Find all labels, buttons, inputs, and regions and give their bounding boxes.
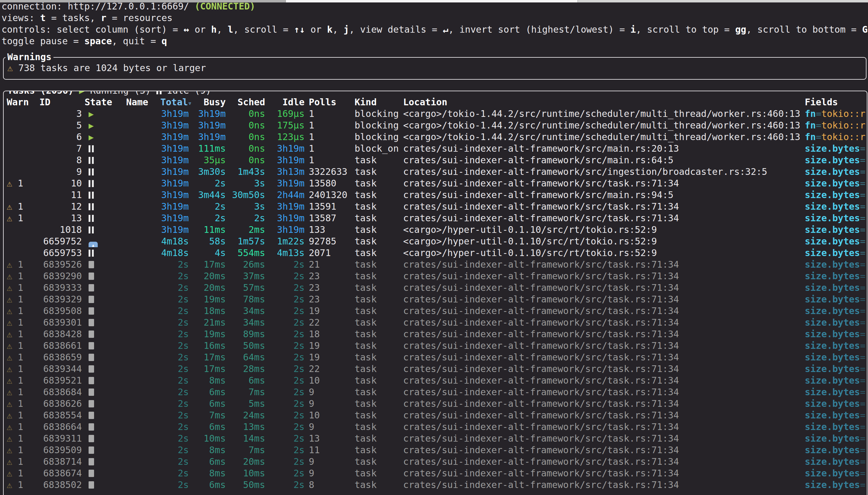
cell-polls: 3322633: [304, 166, 351, 177]
task-row[interactable]: ⚠ 1123h19m2s3s3h19m13591taskcrates/sui-i…: [4, 201, 867, 212]
field-name: size.bytes: [805, 398, 860, 409]
field-name: fn: [805, 120, 816, 131]
sched-duration: 34ms: [243, 306, 265, 316]
field-equals: =: [816, 132, 821, 142]
text-segment: or: [305, 24, 327, 35]
task-row[interactable]: ⚠ 168395262s17ms26ms2s21taskcrates/sui-i…: [4, 259, 867, 270]
cell-state: [82, 212, 121, 224]
cell-polls: 10: [304, 410, 351, 421]
field-equals: =: [860, 155, 866, 166]
task-row[interactable]: 66597534m18s4s554ms4m13s2071task<cargo>/…: [4, 247, 867, 259]
task-row[interactable]: ⚠ 168393332s20ms57ms2s23taskcrates/sui-i…: [4, 282, 867, 294]
column-header-state[interactable]: State: [82, 97, 121, 108]
task-row[interactable]: ⚠ 168384282s19ms89ms2s18taskcrates/sui-i…: [4, 328, 867, 340]
task-row[interactable]: ⚠ 168393112s10ms14ms2s13taskcrates/sui-i…: [4, 433, 867, 444]
cell-name: [121, 177, 154, 189]
field-name: size.bytes: [805, 294, 860, 305]
column-header-name[interactable]: Name: [121, 97, 154, 108]
cell-name: [121, 270, 154, 282]
task-row[interactable]: 5▶3h19m3h19m0ns175µs1blocking<cargo>/tok…: [4, 120, 867, 131]
field-equals: =: [860, 317, 866, 328]
task-row[interactable]: ⚠ 168395212s8ms6ms2s10taskcrates/sui-ind…: [4, 375, 867, 386]
task-row[interactable]: ⚠ 168393012s21ms34ms2s22taskcrates/sui-i…: [4, 317, 867, 328]
task-row[interactable]: 73h19m111ms0ns3h19m1block_oncrates/sui-i…: [4, 143, 867, 154]
text-segment: k: [327, 24, 333, 35]
task-row[interactable]: 113h19m3m44s30m50s2h44m2401320taskcrates…: [4, 189, 867, 201]
field-name: size.bytes: [805, 387, 860, 397]
total-duration: 2s: [178, 398, 189, 409]
task-row[interactable]: ⚠ 168395092s8ms7ms2s11taskcrates/sui-ind…: [4, 444, 867, 456]
cell-fields: size.bytes=: [800, 456, 867, 467]
tasks-table-header: WarnIDStateNameTotal▿BusySchedIdlePollsK…: [4, 97, 867, 108]
cell-state: [82, 398, 121, 410]
column-header-idle[interactable]: Idle: [265, 97, 304, 108]
task-row[interactable]: ⚠ 168386612s16ms50ms2s19taskcrates/sui-i…: [4, 340, 867, 352]
cell-name: [121, 143, 154, 154]
task-row[interactable]: 6659752▲▲4m18s58s1m57s1m22s92785task<car…: [4, 236, 867, 247]
task-row[interactable]: 83h19m35µs0ns3h19m1taskcrates/sui-indexe…: [4, 154, 867, 166]
field-name: size.bytes: [805, 445, 860, 455]
cell-name: [121, 131, 154, 143]
cell-fields: size.bytes=: [800, 212, 867, 224]
cell-fields: fn=tokio::r: [800, 108, 867, 120]
cell-fields: size.bytes=: [800, 177, 867, 189]
task-row[interactable]: ⚠ 1133h19m2s2s3h19m13587taskcrates/sui-i…: [4, 212, 867, 224]
task-row[interactable]: ⚠ 1103h19m2s3s3h19m13580taskcrates/sui-i…: [4, 177, 867, 189]
sched-duration: 89ms: [243, 329, 265, 339]
text-segment: h: [211, 24, 217, 35]
cell-fields: size.bytes=: [800, 375, 867, 386]
task-row[interactable]: ⚠ 168393442s17ms28ms2s22taskcrates/sui-i…: [4, 363, 867, 375]
total-duration: 2s: [178, 468, 189, 479]
cell-sched: 0ns: [226, 120, 265, 131]
sched-duration: 3s: [254, 201, 265, 212]
task-row[interactable]: ⚠ 168386842s6ms7ms2s9taskcrates/sui-inde…: [4, 386, 867, 398]
cell-busy: 8ms: [189, 467, 226, 479]
task-row[interactable]: 10183h19m11ms2ms3h19m133task<cargo>/hype…: [4, 224, 867, 236]
stopped-icon: [88, 458, 94, 465]
task-row[interactable]: ⚠ 168393292s19ms78ms2s23taskcrates/sui-i…: [4, 294, 867, 305]
task-row[interactable]: ⚠ 168386742s8ms10ms2s9taskcrates/sui-ind…: [4, 467, 867, 479]
task-row[interactable]: ⚠ 168392902s20ms37ms2s23taskcrates/sui-i…: [4, 270, 867, 282]
cell-total: 2s: [154, 398, 189, 410]
task-row[interactable]: 6▶3h19m3h19m0ns123µs1blocking<cargo>/tok…: [4, 131, 867, 143]
field-equals: =: [860, 271, 866, 281]
cell-sched: 78ms: [226, 294, 265, 305]
column-header-polls[interactable]: Polls: [304, 97, 351, 108]
field-equals: =: [860, 352, 866, 362]
idle-duration: 3h13m: [277, 166, 304, 177]
text-segment: , invert sort (highest/lowest) =: [448, 24, 630, 35]
column-header-id[interactable]: ID: [33, 97, 82, 108]
task-row[interactable]: ⚠ 168385542s7ms24ms2s10taskcrates/sui-in…: [4, 410, 867, 421]
column-header-fields[interactable]: Fields: [800, 97, 867, 108]
task-row[interactable]: ⚠ 168386592s17ms64ms2s19taskcrates/sui-i…: [4, 352, 867, 363]
column-header-kind[interactable]: Kind: [351, 97, 400, 108]
field-value: tokio::r: [821, 120, 866, 131]
cell-sched: 14ms: [226, 433, 265, 444]
pause-line: toggle pause = space, quit = q: [1, 35, 868, 47]
task-row[interactable]: ⚠ 168386262s6ms5ms2s9taskcrates/sui-inde…: [4, 398, 867, 410]
cell-kind: blocking: [351, 131, 400, 143]
cell-polls: 13580: [304, 177, 351, 189]
task-row[interactable]: ⚠ 168386642s6ms13ms2s9taskcrates/sui-ind…: [4, 421, 867, 433]
cell-name: [121, 398, 154, 410]
cell-location: <cargo>/hyper-util-0.1.10/src/rt/tokio.r…: [400, 236, 800, 247]
cell-location: crates/sui-indexer-alt-framework/src/mai…: [400, 154, 800, 166]
text-segment: views:: [1, 13, 40, 23]
stopped-icon: [88, 284, 94, 291]
column-header-sched[interactable]: Sched: [226, 97, 265, 108]
task-row[interactable]: 3▶3h19m3h19m0ns169µs1blocking<cargo>/tok…: [4, 108, 867, 120]
task-row[interactable]: ⚠ 168385022s6ms50ms2s8taskcrates/sui-ind…: [4, 479, 867, 491]
cell-name: [121, 282, 154, 294]
warnings-panel-title: Warnings: [5, 51, 53, 63]
field-name: size.bytes: [805, 375, 860, 386]
warning-icon: ⚠: [7, 329, 12, 339]
task-row[interactable]: 93h19m3m30s1m43s3h13m3322633taskcrates/s…: [4, 166, 867, 177]
column-header-total[interactable]: Total▿: [154, 97, 189, 108]
task-row[interactable]: ⚠ 168395082s18ms34ms2s19taskcrates/sui-i…: [4, 305, 867, 317]
column-header-warn[interactable]: Warn: [4, 97, 33, 108]
column-header-busy[interactable]: Busy: [189, 97, 226, 108]
column-header-loc[interactable]: Location: [400, 97, 800, 108]
cell-total: 2s: [154, 467, 189, 479]
cell-warn: ⚠ 1: [4, 177, 33, 189]
task-row[interactable]: ⚠ 168387142s6ms20ms2s9taskcrates/sui-ind…: [4, 456, 867, 467]
